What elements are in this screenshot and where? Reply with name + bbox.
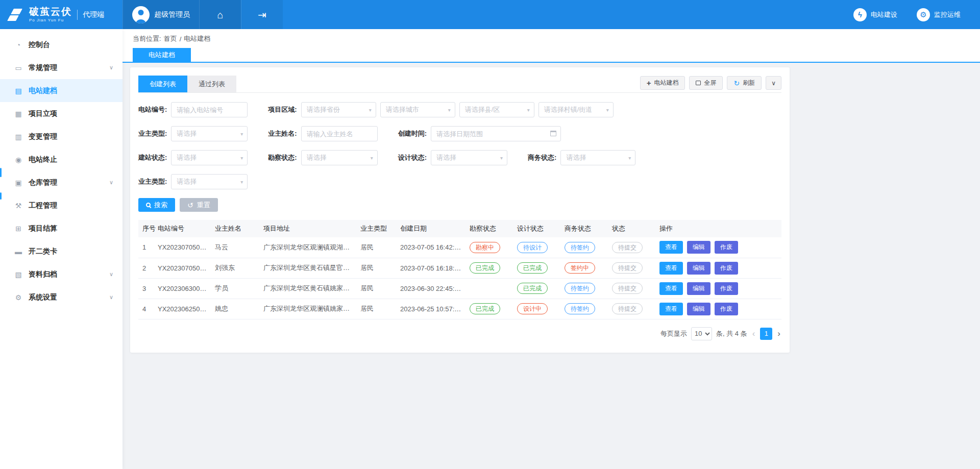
per-page-select[interactable]: 10 <box>691 327 712 340</box>
sidebar-item-station-termination[interactable]: ◉ 电站终止 <box>0 148 122 171</box>
app-root: 破茧云伏 Po Jian Yun Fu 代理端 超级管理员 ⌂ ⇥ ϟ 电站建设… <box>0 0 980 469</box>
refresh-button[interactable]: ↻ 刷新 <box>727 76 762 90</box>
next-page-button[interactable]: › <box>776 329 781 338</box>
view-button[interactable]: 查看 <box>659 303 683 315</box>
edit-button[interactable]: 编辑 <box>687 303 710 315</box>
logout-button[interactable]: ⇥ <box>241 0 283 29</box>
cell-project-address: 广东深圳龙华区观澜镇观湖路… <box>259 237 356 258</box>
cell-actions: 查看编辑作废 <box>655 299 781 319</box>
cell-index: 2 <box>138 258 154 278</box>
filter-label: 业主类型: <box>138 177 167 186</box>
design-status-select[interactable]: 请选择 ▾ <box>431 150 507 165</box>
city-select[interactable]: 请选择城市 ▾ <box>380 102 455 117</box>
sidebar-item-system-settings[interactable]: ⚙ 系统设置 ∨ <box>0 286 122 309</box>
station-code-input[interactable] <box>171 102 248 117</box>
column-header: 操作 <box>655 220 781 237</box>
sidebar-scroll-indicator <box>0 168 2 177</box>
view-button[interactable]: 查看 <box>659 282 683 295</box>
table-header-row: 序号 电站编号 业主姓名 项目地址 业主类型 创建日期 勘察状态 设计状态 商务… <box>138 220 781 237</box>
fullscreen-button[interactable]: 全屏 <box>689 76 723 90</box>
edit-button[interactable]: 编辑 <box>687 262 710 275</box>
survey-status-select[interactable]: 请选择 ▾ <box>301 150 378 165</box>
cell-create-date: 2023-07-05 16:42:22 <box>396 237 465 258</box>
void-button[interactable]: 作废 <box>715 241 738 254</box>
cell-business-status: 待签约 <box>560 237 608 258</box>
sidebar-item-station-archive[interactable]: ▤ 电站建档 <box>0 79 122 102</box>
edit-button[interactable]: 编辑 <box>687 282 710 295</box>
filter-owner-type-2: 业主类型: 请选择 ▾ <box>138 174 248 189</box>
edit-button[interactable]: 编辑 <box>687 241 710 254</box>
province-select[interactable]: 请选择省份 ▾ <box>301 102 376 117</box>
sidebar-item-data-archive[interactable]: ▧ 资料归档 ∨ <box>0 263 122 286</box>
chevron-down-icon: ▾ <box>628 155 631 161</box>
filter-owner-type: 业主类型: 请选择 ▾ <box>138 126 248 141</box>
user-menu[interactable]: 超级管理员 <box>122 0 199 29</box>
stations-table: 序号 电站编号 业主姓名 项目地址 业主类型 创建日期 勘察状态 设计状态 商务… <box>138 220 781 319</box>
button-label: 搜索 <box>154 201 167 210</box>
cell-survey-status: 已完成 <box>465 258 513 278</box>
tab-passed-list[interactable]: 通过列表 <box>187 76 236 92</box>
create-time-input[interactable] <box>431 126 561 141</box>
chevron-down-icon: ▾ <box>606 107 609 113</box>
calendar-icon[interactable] <box>550 131 556 136</box>
page-tab-station-archive[interactable]: 电站建档 <box>133 48 191 62</box>
button-label: 刷新 <box>743 79 755 87</box>
owner-type-select[interactable]: 请选择 ▾ <box>171 126 248 141</box>
build-status-select[interactable]: 请选择 ▾ <box>171 150 248 165</box>
search-button[interactable]: 搜索 <box>138 198 175 212</box>
reset-button[interactable]: ↺ 重置 <box>180 198 218 212</box>
view-button[interactable]: 查看 <box>659 262 683 275</box>
sidebar-item-console[interactable]: ◔ 控制台 <box>0 33 122 56</box>
status-badge: 已完成 <box>517 283 548 294</box>
sidebar-item-change-mgmt[interactable]: ▥ 变更管理 <box>0 125 122 148</box>
void-button[interactable]: 作废 <box>715 262 738 275</box>
tab-create-list[interactable]: 创建列表 <box>138 76 187 92</box>
void-button[interactable]: 作废 <box>715 303 738 315</box>
column-header: 项目地址 <box>259 220 356 237</box>
county-select[interactable]: 请选择县/区 ▾ <box>459 102 534 117</box>
home-button[interactable]: ⌂ <box>199 0 241 29</box>
chevron-down-icon: ▾ <box>369 107 372 113</box>
sidebar-item-class2-card[interactable]: ▬ 开二类卡 <box>0 240 122 263</box>
filter-form: 电站编号: 项目区域: 请选择省份 ▾ 请选择城市 <box>138 93 781 189</box>
sidebar-item-project-initiation[interactable]: ▦ 项目立项 <box>0 102 122 125</box>
select-placeholder: 请选择 <box>177 129 197 138</box>
business-status-select[interactable]: 请选择 ▾ <box>560 150 635 165</box>
town-select[interactable]: 请选择村镇/街道 ▾ <box>538 102 614 117</box>
cell-actions: 查看编辑作废 <box>655 278 781 299</box>
owner-type2-select[interactable]: 请选择 ▾ <box>171 174 248 189</box>
sidebar-item-general-mgmt[interactable]: ▭ 常规管理 ∨ <box>0 56 122 79</box>
owner-name-input[interactable] <box>301 126 378 141</box>
collapse-button[interactable]: ∨ <box>766 76 781 90</box>
fullscreen-icon <box>696 81 701 85</box>
page-tabbar: 电站建档 <box>122 48 980 63</box>
sidebar-item-engineering-mgmt[interactable]: ⚒ 工程管理 <box>0 194 122 217</box>
chevron-down-icon: ▾ <box>527 107 530 113</box>
quick-link-monitor-ops[interactable]: ⚙ 监控运维 <box>917 0 961 29</box>
void-button[interactable]: 作废 <box>715 282 738 295</box>
create-station-button[interactable]: + 电站建档 <box>640 76 685 90</box>
view-button[interactable]: 查看 <box>659 241 683 254</box>
table-toolbar: + 电站建档 全屏 ↻ 刷新 <box>640 76 781 92</box>
prev-page-button[interactable]: ‹ <box>751 329 756 338</box>
cell-index: 3 <box>138 278 154 299</box>
card-icon: ▬ <box>13 248 23 256</box>
sidebar-item-project-settlement[interactable]: ⊞ 项目结算 <box>0 217 122 240</box>
column-header: 创建日期 <box>396 220 465 237</box>
cell-business-status: 待签约 <box>560 299 608 319</box>
cell-station-code: YX2023070500011 <box>154 237 211 258</box>
status-badge: 待设计 <box>517 242 548 253</box>
button-label: 电站建档 <box>654 79 678 87</box>
cell-owner-name: 姚忠 <box>211 299 259 319</box>
page-number-button[interactable]: 1 <box>760 328 772 340</box>
sidebar-item-warehouse-mgmt[interactable]: ▣ 仓库管理 ∨ <box>0 171 122 194</box>
filter-label: 电站编号: <box>138 105 167 114</box>
cell-project-address: 广东深圳龙华区观澜镇姚家庄… <box>259 299 356 319</box>
home-icon: ⌂ <box>217 10 223 20</box>
column-header: 设计状态 <box>513 220 560 237</box>
warehouse-icon: ▣ <box>13 179 23 187</box>
table-row: 3YX2023063000009学员广东深圳龙华区黄石镇姚家庄…居民2023-0… <box>138 278 781 299</box>
breadcrumb: 当前位置: 首页 / 电站建档 <box>122 29 980 48</box>
breadcrumb-home-link[interactable]: 首页 <box>164 34 177 43</box>
quick-link-station-build[interactable]: ϟ 电站建设 <box>853 0 897 29</box>
